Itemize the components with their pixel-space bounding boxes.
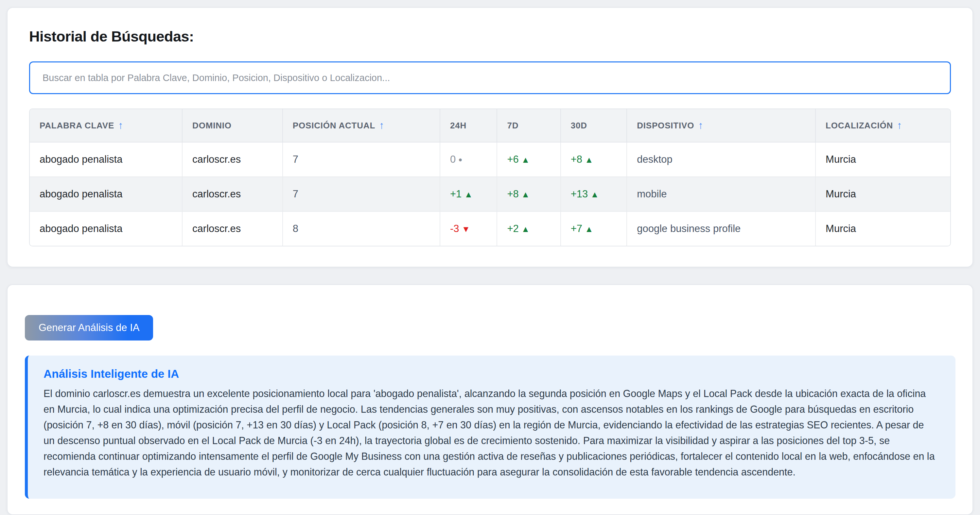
table-row: abogado penalistacarloscr.es70●+6▲+8▲des…	[30, 143, 950, 177]
table-body: abogado penalistacarloscr.es70●+6▲+8▲des…	[30, 143, 950, 246]
trend-value: +8▲	[571, 154, 593, 165]
trend-up-icon: ▲	[464, 190, 473, 199]
analysis-panel-text: El dominio carloscr.es demuestra un exce…	[43, 386, 937, 480]
cell-d7: +8▲	[497, 177, 561, 212]
cell-position: 7	[283, 177, 440, 212]
column-header-location[interactable]: Localización↑	[816, 109, 950, 143]
trend-up-icon: ▲	[585, 155, 593, 165]
column-header-d7[interactable]: 7D	[497, 109, 561, 143]
page-title: Historial de Búsquedas:	[29, 28, 951, 45]
sort-asc-icon: ↑	[379, 120, 384, 131]
table-search-input[interactable]	[29, 62, 951, 94]
column-header-device[interactable]: Dispositivo↑	[627, 109, 816, 143]
cell-location: Murcia	[816, 143, 950, 177]
cell-keyword: abogado penalista	[30, 143, 183, 177]
rank-history-table: Palabra Clave↑DominioPosición Actual↑24H…	[29, 108, 951, 246]
trend-flat-icon: ●	[458, 156, 462, 163]
search-history-card: Historial de Búsquedas: Palabra Clave↑Do…	[7, 7, 973, 267]
trend-up-icon: ▲	[522, 190, 530, 199]
column-header-keyword[interactable]: Palabra Clave↑	[30, 109, 183, 143]
column-header-position[interactable]: Posición Actual↑	[283, 109, 440, 143]
trend-value: +6▲	[507, 154, 530, 165]
cell-d7: +2▲	[497, 212, 561, 246]
cell-position: 7	[283, 143, 440, 177]
trend-up-icon: ▲	[522, 155, 530, 165]
trend-up-icon: ▲	[585, 224, 593, 234]
trend-value: +2▲	[507, 223, 530, 234]
sort-asc-icon: ↑	[118, 120, 123, 131]
cell-d30: +7▲	[561, 212, 627, 246]
trend-value: -3▼	[450, 223, 470, 234]
cell-h24: +1▲	[440, 177, 497, 212]
cell-device: desktop	[627, 143, 816, 177]
cell-device: google business profile	[627, 212, 816, 246]
table-header-row: Palabra Clave↑DominioPosición Actual↑24H…	[30, 109, 950, 143]
trend-value: +7▲	[571, 223, 593, 234]
trend-down-icon: ▼	[462, 224, 470, 234]
generate-analysis-button[interactable]: Generar Análisis de IA	[25, 315, 153, 341]
cell-location: Murcia	[816, 177, 950, 212]
trend-up-icon: ▲	[522, 224, 530, 234]
trend-value: 0●	[450, 154, 462, 165]
cell-position: 8	[283, 212, 440, 246]
trend-value: +1▲	[450, 188, 473, 200]
cell-keyword: abogado penalista	[30, 177, 183, 212]
column-header-domain[interactable]: Dominio	[183, 109, 283, 143]
trend-up-icon: ▲	[590, 190, 599, 199]
table-row: abogado penalistacarloscr.es8-3▼+2▲+7▲go…	[30, 212, 950, 246]
ai-analysis-card: Generar Análisis de IA Análisis Intelige…	[7, 284, 973, 515]
cell-h24: 0●	[440, 143, 497, 177]
analysis-panel-title: Análisis Inteligente de IA	[43, 367, 937, 380]
sort-asc-icon: ↑	[897, 120, 902, 131]
column-header-d30[interactable]: 30D	[561, 109, 627, 143]
ai-analysis-panel: Análisis Inteligente de IA El dominio ca…	[25, 355, 956, 499]
cell-d30: +8▲	[561, 143, 627, 177]
cell-domain: carloscr.es	[183, 143, 283, 177]
cell-d7: +6▲	[497, 143, 561, 177]
cell-device: mobile	[627, 177, 816, 212]
trend-value: +13▲	[571, 188, 599, 200]
cell-h24: -3▼	[440, 212, 497, 246]
table-row: abogado penalistacarloscr.es7+1▲+8▲+13▲m…	[30, 177, 950, 212]
cell-domain: carloscr.es	[183, 212, 283, 246]
trend-value: +8▲	[507, 188, 530, 200]
cell-domain: carloscr.es	[183, 177, 283, 212]
cell-d30: +13▲	[561, 177, 627, 212]
sort-asc-icon: ↑	[698, 120, 703, 131]
column-header-h24[interactable]: 24H	[440, 109, 497, 143]
cell-location: Murcia	[816, 212, 950, 246]
cell-keyword: abogado penalista	[30, 212, 183, 246]
